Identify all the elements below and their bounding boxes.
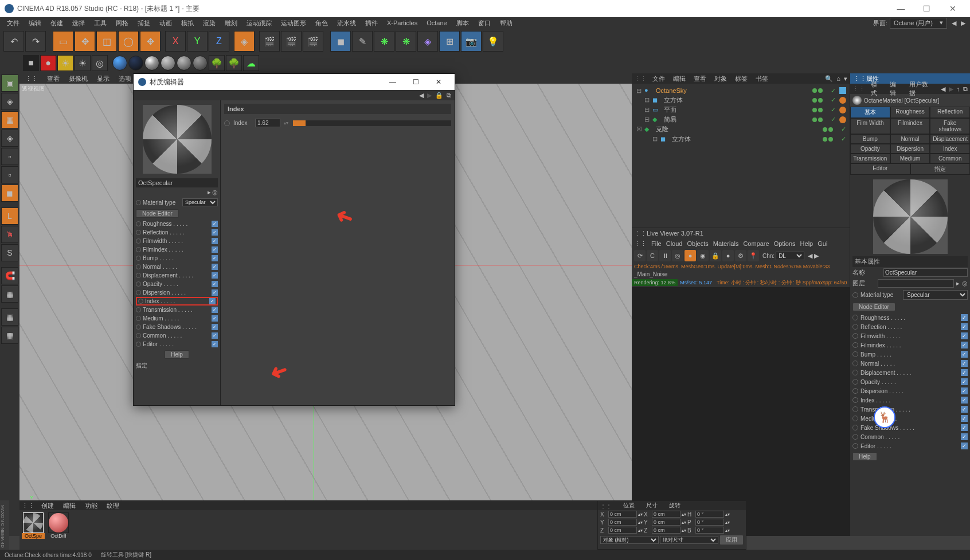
window-maximize[interactable]: ☐: [914, 0, 940, 17]
shader-ball-1[interactable]: [112, 56, 127, 71]
pen-tool[interactable]: ✎: [352, 31, 373, 52]
me-prop-Filmwidth[interactable]: Filmwidth . . . . .✓: [136, 237, 218, 245]
attr-prop-Opacity[interactable]: Opacity . . . . .✓: [852, 377, 968, 386]
attr-prop-Editor[interactable]: Editor . . . . .✓: [852, 441, 968, 451]
nav-fwd-icon[interactable]: ▶: [427, 92, 432, 99]
attr-name-input[interactable]: [883, 268, 968, 277]
shader-ball-3[interactable]: [144, 56, 159, 71]
me-node-editor-btn[interactable]: Node Editor: [136, 209, 179, 218]
shader-ball-4[interactable]: [161, 56, 175, 71]
lv-clay-icon[interactable]: ●: [685, 250, 696, 261]
obj-row-平面[interactable]: ⊟▭平面✓: [634, 105, 847, 115]
grid-icon[interactable]: ▦: [1, 308, 18, 326]
obj-menu-对象[interactable]: 对象: [712, 75, 729, 83]
obj-row-立方体[interactable]: ⊟◼立方体✓: [634, 134, 847, 144]
me-help-btn[interactable]: Help: [165, 350, 189, 359]
me-prop-Editor[interactable]: Editor . . . . .✓: [136, 340, 218, 348]
mm-menu-功能[interactable]: 功能: [83, 502, 100, 510]
snap-toggle[interactable]: S: [1, 244, 18, 261]
point-mode[interactable]: ▫: [1, 148, 18, 165]
obj-menu-标签[interactable]: 标签: [733, 75, 750, 83]
menu-创建[interactable]: 创建: [46, 18, 68, 29]
undo-button[interactable]: ↶: [3, 31, 24, 52]
attr-prop-Common[interactable]: Common . . . . .✓: [852, 432, 968, 441]
edge-mode[interactable]: ▫: [1, 166, 18, 183]
generator-icon[interactable]: ❋: [396, 31, 416, 52]
obj-menu-编辑[interactable]: 编辑: [671, 75, 688, 83]
mm-menu-纹理[interactable]: 纹理: [104, 502, 122, 510]
axis-mode[interactable]: L: [1, 207, 18, 225]
texture-mode[interactable]: ▦: [1, 111, 18, 128]
me-assign-label[interactable]: 指定: [136, 362, 218, 370]
nurbs-icon[interactable]: ❋: [374, 31, 394, 52]
me-prop-Displacement[interactable]: Displacement . . . . .✓: [136, 271, 218, 280]
vp-menu-显示[interactable]: 显示: [93, 75, 113, 83]
attr-mode-模式[interactable]: 模式: [869, 80, 884, 97]
menu-X-Particles[interactable]: X-Particles: [382, 18, 422, 28]
menu-编辑[interactable]: 编辑: [24, 18, 46, 29]
menu-网格[interactable]: 网格: [111, 18, 133, 29]
render-view[interactable]: 🎬: [259, 31, 280, 52]
menu-角色[interactable]: 角色: [311, 18, 333, 29]
lv-reload-icon[interactable]: ⟳: [634, 250, 646, 261]
mm-menu-编辑[interactable]: 编辑: [61, 502, 78, 510]
attr-tab-Fake shadows[interactable]: Fake shadows: [930, 118, 970, 134]
magnet-icon[interactable]: 🧲: [1, 267, 18, 284]
me-prop-Medium[interactable]: Medium . . . . .✓: [136, 314, 218, 323]
lv-menu-Gui[interactable]: Gui: [818, 240, 827, 247]
mouse-icon[interactable]: 🖱: [1, 226, 18, 243]
menu-脚本[interactable]: 脚本: [452, 18, 474, 29]
cloud-icon[interactable]: ☁: [243, 55, 259, 71]
attr-tab-Normal[interactable]: Normal: [890, 134, 930, 144]
lv-target-icon[interactable]: ◎: [672, 250, 683, 261]
attr-prop-Normal[interactable]: Normal . . . . .✓: [852, 359, 968, 368]
me-prop-Normal[interactable]: Normal . . . . .✓: [136, 263, 218, 271]
menu-窗口[interactable]: 窗口: [474, 18, 495, 29]
coord-mode-1[interactable]: 对象 (相对): [600, 536, 659, 544]
index-slider-track[interactable]: [293, 120, 451, 126]
attr-prop-Bump[interactable]: Bump . . . . .✓: [852, 350, 968, 359]
lv-menu-Compare[interactable]: Compare: [743, 240, 769, 247]
attr-tab-Reflection[interactable]: Reflection: [930, 107, 970, 118]
dialog-minimize[interactable]: —: [381, 78, 404, 86]
lv-menu-Options[interactable]: Options: [774, 240, 796, 247]
me-prop-Dispersion[interactable]: Dispersion . . . . .✓: [136, 288, 218, 297]
environment-icon[interactable]: ⊞: [439, 31, 460, 52]
coord-system[interactable]: ◈: [234, 31, 255, 52]
obj-row-OctaneSky[interactable]: ⊟●OctaneSky✓: [634, 86, 847, 95]
attr-prop-Medium[interactable]: Medium . . . . .✓: [852, 414, 968, 423]
home-icon[interactable]: ⌂: [836, 75, 840, 82]
attr-tab-Medium[interactable]: Medium: [890, 154, 930, 163]
obj-menu-查看[interactable]: 查看: [691, 75, 709, 83]
attr-prop-Filmindex[interactable]: Filmindex . . . . .✓: [852, 340, 968, 350]
vp-menu-查看[interactable]: 查看: [44, 75, 63, 83]
me-prop-Reflection[interactable]: Reflection . . . . .✓: [136, 228, 218, 237]
attr-mode-用户数据[interactable]: 用户数据: [907, 80, 934, 97]
menu-文件[interactable]: 文件: [2, 18, 24, 29]
vp-menu-摄像机[interactable]: 摄像机: [65, 75, 91, 83]
lv-menu-Help[interactable]: Help: [800, 240, 813, 247]
record-icon[interactable]: ●: [40, 55, 56, 71]
obj-row-立方体[interactable]: ⊟◼立方体✓: [634, 95, 847, 105]
menu-雕刻[interactable]: 雕刻: [220, 18, 242, 29]
lv-lock-icon[interactable]: 🔒: [710, 250, 721, 261]
x-axis-lock[interactable]: X: [165, 31, 186, 52]
deformer-icon[interactable]: ◈: [417, 31, 438, 52]
autokey-icon[interactable]: ☀: [57, 55, 73, 71]
attr-prop-Transmission[interactable]: Transmission . . . . .✓: [852, 405, 968, 414]
lv-sphere-icon[interactable]: ●: [722, 250, 734, 261]
shader-ball-5[interactable]: [177, 56, 191, 71]
light-icon[interactable]: 💡: [483, 31, 503, 52]
dialog-maximize[interactable]: ☐: [404, 78, 427, 86]
make-editable[interactable]: ▣: [1, 75, 18, 92]
lv-pick-icon[interactable]: ◉: [697, 250, 709, 261]
obj-row-简易[interactable]: ⊟◆简易✓: [634, 115, 847, 124]
me-prop-Fake Shadows[interactable]: Fake Shadows . . . . .✓: [136, 323, 218, 331]
vp-menu-选项[interactable]: 选项: [115, 75, 135, 83]
attr-tab-Common[interactable]: Common: [930, 154, 970, 163]
attr-tab-Transmission[interactable]: Transmission: [850, 154, 890, 163]
attr-prop-Dispersion[interactable]: Dispersion . . . . .✓: [852, 386, 968, 395]
attr-tab-Index[interactable]: Index: [930, 144, 970, 154]
menu-模拟[interactable]: 模拟: [177, 18, 198, 29]
workplane-icon[interactable]: ▦: [1, 285, 18, 303]
